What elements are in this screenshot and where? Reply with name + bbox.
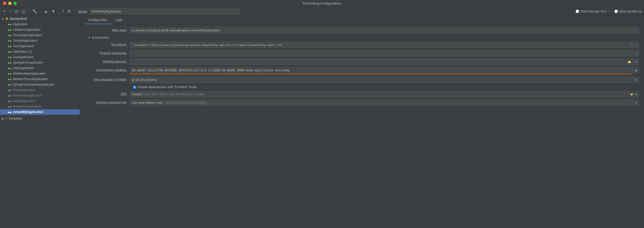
save-button[interactable]: ◱: [20, 8, 27, 14]
copy-button[interactable]: ⊡: [14, 8, 20, 14]
sidebar-item-redis[interactable]: ▶▶ RedisApplication: [0, 87, 80, 93]
run-icon: ▶▶: [8, 28, 12, 31]
sidebar-item-webfluxtomcat[interactable]: ▶▶ WebfluxTomcatApplication: [0, 76, 80, 82]
vm-options-expand-button[interactable]: +: [630, 42, 634, 48]
remove-button[interactable]: −: [8, 9, 12, 14]
minimize-button[interactable]: [8, 2, 12, 5]
separator: [29, 9, 29, 14]
working-dir-browse-button[interactable]: 📁: [626, 59, 633, 65]
main-class-input[interactable]: [130, 27, 633, 33]
sidebar-item-undertow[interactable]: ▶▶ UndertowApplication: [0, 27, 80, 32]
title-bar: Run/Debug Configurations: [0, 0, 644, 7]
name-input[interactable]: [90, 8, 240, 14]
run-icon: ▶▶: [8, 78, 12, 81]
form-area: Main class: ... ▼ Environment VM options…: [80, 24, 644, 228]
shorten-cmdline-value: user-local default: none: [132, 101, 163, 105]
sidebar-item-webfluxnetty[interactable]: ▶▶ WebfluxNettyApplication: [0, 71, 80, 76]
traffic-lights: [3, 2, 17, 5]
main-class-input-group: ...: [130, 27, 639, 33]
working-dir-arrow-button[interactable]: ▼: [634, 59, 639, 65]
templates-arrow: ▶: [2, 117, 4, 120]
run-icon-disabled: ▶▶: [8, 89, 12, 92]
sidebar-item-application[interactable]: ▶▶ Application: [0, 21, 80, 27]
sidebar-item-jetty[interactable]: ▶▶ JettyApplication: [0, 65, 80, 71]
classpath-dropdown-button[interactable]: ▼: [634, 77, 639, 83]
sidebar-templates[interactable]: ▶ ✂ Templates: [0, 116, 80, 121]
name-row: Name:: [78, 8, 240, 14]
run-icon-disabled: ▶▶: [8, 100, 12, 103]
settings-button[interactable]: 🔧: [31, 8, 38, 14]
vm-options-row: VM options: + ⤢: [85, 42, 639, 48]
env-vars-input[interactable]: [130, 67, 633, 73]
working-dir-label: Working directory:: [85, 59, 130, 63]
include-deps-checkbox[interactable]: [133, 86, 136, 89]
include-deps-label: Include dependencies with "Provided" sco…: [138, 85, 197, 89]
jre-select[interactable]: Default (1.8.0_144 - SDK of 'lab-39-acti…: [130, 91, 630, 97]
close-button[interactable]: [3, 2, 6, 5]
program-args-input[interactable]: [130, 50, 634, 56]
environment-label: Environment: [92, 36, 109, 39]
vm-options-input[interactable]: [130, 42, 629, 48]
move-button[interactable]: ⤴: [61, 9, 65, 14]
sidebar-item-zuul[interactable]: ▶▶ ZuulApplication: [0, 54, 80, 60]
sidebar-group-label: Spring Boot: [10, 17, 27, 20]
shorten-cmdline-row: Shorten command line: user-local default…: [85, 100, 639, 106]
sidebar-item-label: KafkaApplication: [13, 99, 35, 103]
share-vcs-checkbox[interactable]: [576, 10, 579, 13]
jre-default-text: Default: [132, 93, 141, 96]
sidebar-item-rabbitmq[interactable]: ▶▶ RabbitMQApplication: [0, 104, 80, 109]
sidebar-item-gateway[interactable]: ▶▶ SpringCloudGatewayApplicatio: [0, 82, 80, 87]
working-dir-input[interactable]: [130, 59, 626, 65]
sidebar-item-application1[interactable]: ▶▶ Application (1): [0, 49, 80, 54]
up-button[interactable]: ▲: [43, 9, 49, 14]
share-vcs-label: Share through VCS: [580, 10, 606, 13]
sidebar-item-label: Application: [13, 22, 28, 26]
allow-parallel-checkbox[interactable]: [614, 10, 618, 13]
sidebar-item-springmvc[interactable]: ▶▶ SpringMVCApplication: [0, 60, 80, 65]
sidebar-item-user[interactable]: ▶▶ UserApplication: [0, 43, 80, 49]
env-vars-label: Environment variables:: [85, 67, 130, 72]
maximize-button[interactable]: [14, 2, 17, 5]
sidebar-item-label: RedisApplication: [13, 88, 35, 92]
sidebar-item-activemq[interactable]: ▶▶ ActiveMQApplication: [0, 109, 80, 115]
sidebar-item-rocketmq[interactable]: ▶▶ RocketMQApplication: [0, 93, 80, 98]
environment-section[interactable]: ▼ Environment: [88, 36, 639, 39]
sidebar-item-kafka[interactable]: ▶▶ KafkaApplication: [0, 98, 80, 104]
sidebar-item-label: TomcatAprApplication: [13, 33, 42, 37]
vm-options-fullscreen-button[interactable]: ⤢: [634, 42, 639, 48]
program-args-row: Program arguments: ⤢: [85, 50, 639, 56]
run-icon: ▶▶: [8, 67, 12, 70]
env-vars-row: Environment variables: ⊞ 换个应用名， 方便区分: [85, 67, 639, 74]
shorten-cmdline-select[interactable]: user-local default: none - java [options…: [130, 100, 634, 106]
add-button[interactable]: +: [2, 9, 7, 14]
sidebar-item-label: JettyApplication: [13, 66, 34, 70]
jre-browse-button[interactable]: 📁: [630, 91, 634, 97]
run-icon: ▶▶: [8, 23, 12, 26]
main-class-browse-button[interactable]: ...: [633, 27, 639, 33]
run-icon: ▶▶: [8, 45, 12, 48]
classpath-select[interactable]: ▣ lab-39-activemq: [130, 77, 634, 83]
shorten-cmdline-dropdown-button[interactable]: ▼: [634, 100, 639, 106]
program-args-expand-button[interactable]: ⤢: [634, 50, 639, 56]
env-vars-edit-button[interactable]: ⊞: [633, 67, 639, 73]
tab-logs[interactable]: Logs: [111, 16, 126, 24]
templates-label: Templates: [8, 117, 22, 120]
sidebar-item-label: RocketMQApplication: [13, 94, 42, 97]
tab-configuration[interactable]: Configuration: [84, 16, 111, 24]
shorten-cmdline-input-group: user-local default: none - java [options…: [130, 100, 639, 106]
jre-dropdown-button[interactable]: ▼: [634, 91, 639, 97]
run-icon-disabled: ▶▶: [8, 94, 12, 97]
sidebar-item-label: Application (1): [13, 50, 32, 53]
sidebar-item-tomcat[interactable]: ▶▶ TomcatApplication: [0, 38, 80, 43]
share-vcs-help[interactable]: ?: [608, 10, 610, 13]
sidebar-item-label: TomcatApplication: [13, 39, 37, 42]
sidebar-item-label: ZuulApplication: [13, 55, 34, 59]
env-collapse-arrow: ▼: [88, 36, 90, 39]
run-icon: ▶▶: [8, 50, 12, 53]
down-button[interactable]: ▼: [50, 9, 57, 14]
jre-label: JRE:: [85, 91, 130, 96]
sidebar-item-tomcatapr[interactable]: ▶▶ TomcatAprApplication: [0, 32, 80, 38]
allow-parallel-label: Allow parallel run: [619, 10, 642, 13]
sort-button[interactable]: ⇅: [66, 8, 72, 14]
sidebar-group-springboot[interactable]: ▼ ⚡ Spring Boot: [0, 16, 80, 21]
